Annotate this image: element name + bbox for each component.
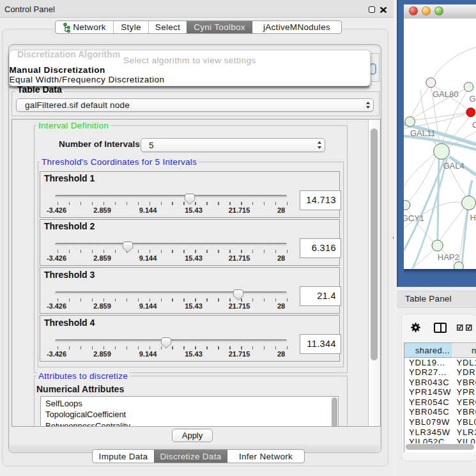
svg-text:H: H [470,213,476,222]
svg-text:C: C [472,120,476,130]
svg-text:GAL11: GAL11 [410,128,436,138]
svg-text:GAL80: GAL80 [433,89,458,99]
svg-text:HAP2: HAP2 [438,252,459,262]
svg-text:G: G [470,94,476,104]
svg-text:GCY1: GCY1 [404,213,424,223]
svg-text:GAL4: GAL4 [443,161,464,171]
